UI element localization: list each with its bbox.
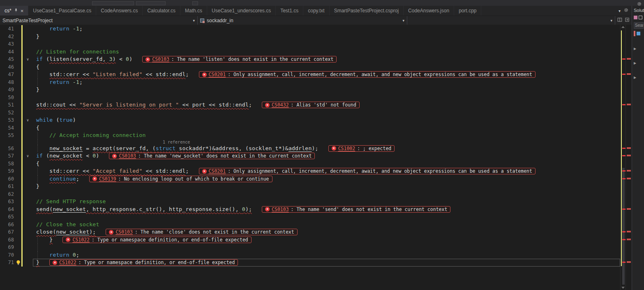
code-text-area[interactable] [33,94,620,102]
fold-chevron-icon[interactable]: ∨ [23,116,33,124]
member-dropdown[interactable]: ▾ [407,16,615,25]
scroll-up-arrow-icon[interactable] [621,26,625,28]
error-code-link[interactable]: CS0103 [272,206,289,213]
code-text-area[interactable]: // Listen for connections [33,48,620,56]
close-icon[interactable]: × [21,8,24,14]
scrollbar-track[interactable] [620,25,626,290]
code-text-area[interactable]: } [33,86,620,94]
code-line-44: 44// Listen for connections [0,48,620,56]
error-code-link[interactable]: CS1002 [338,145,355,153]
code-text-area[interactable]: send(new_socket, http_response.c_str(), … [33,206,620,213]
error-code-link[interactable]: CS0139 [99,175,116,183]
code-line-60: 60 continue;×CS0139: No enclosing loop o… [0,175,620,183]
line-number: 41 [0,25,15,33]
code-line-59: 59 std::cerr << "Accept failed" << std::… [0,167,620,175]
tab-copy.txt[interactable]: copy.txt [303,6,329,16]
code-text-area[interactable]: // Close the socket [33,221,620,229]
tab-UseCase1_underscores.cs[interactable]: UseCase1_underscores.cs [207,6,276,16]
code-text-area[interactable]: // Send HTTP response [33,198,620,206]
tree-expand-icon[interactable]: ▶ [634,61,644,65]
expand-editor-icon[interactable] [625,17,630,23]
line-number: 55 [0,132,15,139]
code-text-area[interactable]: }×CS1022: Type or namespace definition, … [33,259,620,267]
code-text-area[interactable]: std::cout << "Server is listening on por… [33,101,620,109]
project-dropdown[interactable]: SmartPasteTestProject ▾ [0,16,198,25]
split-editor-icon[interactable] [617,17,622,23]
code-text-area[interactable]: return 0; [33,251,620,259]
code-text-area[interactable]: } [33,183,620,190]
error-code-link[interactable]: CS1022 [59,259,76,267]
code-content: } [33,33,39,41]
gear-icon[interactable] [637,0,642,8]
code-text-area[interactable] [33,190,620,198]
indent-guide [37,175,38,183]
gutter-icon-slot [15,175,21,183]
error-code-link[interactable]: CS0103 [119,152,136,160]
gutter-icon-slot [15,213,21,221]
panel-toolbar-icon[interactable] [639,16,642,19]
code-text-area[interactable]: // Accept incoming connection [33,132,620,139]
line-number: 52 [0,109,15,117]
gear-icon[interactable] [624,8,628,14]
panel-toolbar-icon[interactable] [634,16,637,19]
solution-search-input[interactable]: Sear [634,22,644,29]
code-text-area[interactable] [33,244,620,251]
panel-item-icon[interactable] [634,31,635,36]
code-text-area[interactable]: while (true) [33,116,620,124]
code-text-area[interactable]: std::cerr << "Accept failed" << std::end… [33,167,620,175]
code-text-area[interactable]: new_socket = accept(server_fd, (struct s… [33,145,620,153]
tree-expand-icon[interactable]: ▶ [634,76,644,79]
error-code-link[interactable]: CS0201 [209,71,226,79]
tab-Math.cs[interactable]: Math.cs [180,6,207,16]
chevron-down-icon[interactable]: ▾ [619,9,621,13]
error-code-link[interactable]: CS0432 [272,101,289,109]
codelens-references[interactable]: 1 reference [33,139,190,145]
type-dropdown[interactable]: sockaddr_in ▾ [198,16,407,25]
gutter-icon-slot [15,63,21,71]
line-number: 61 [0,183,15,190]
error-code-link[interactable]: CS0103 [152,56,169,63]
code-text-area[interactable] [33,40,620,48]
fold-chevron-icon[interactable]: ∨ [23,152,33,160]
code-text-area[interactable]: if (new_socket < 0)×CS0103: The name 'ne… [33,152,620,160]
code-text-area[interactable] [33,213,620,221]
panel-item-icon[interactable] [637,32,640,35]
pin-icon[interactable] [14,8,18,14]
chevron-down-icon: ▾ [610,19,612,23]
code-line-45: 45∨if (listen(server_fd, 3) < 0)×CS0103:… [0,56,620,63]
tab-active-document[interactable]: cs* × [0,6,28,16]
toolbar-control-fragment [92,1,134,5]
tab-Test1.cs[interactable]: Test1.cs [276,6,303,16]
code-text-area[interactable]: continue;×CS0139: No enclosing loop out … [33,175,620,183]
error-code-link[interactable]: CS0201 [209,167,226,175]
code-text-area[interactable] [33,109,620,117]
code-text-area[interactable]: { [33,63,620,71]
line-number: 58 [0,160,15,168]
code-text-area[interactable]: { [33,124,620,132]
scrollbar-thumb[interactable] [622,168,625,285]
error-icon: × [265,103,270,107]
scroll-down-arrow-icon[interactable] [621,287,625,289]
document-tab-strip: cs* × UseCase1_PascalCase.csCodeAnswers.… [0,6,632,16]
error-code-link[interactable]: CS0103 [115,228,133,236]
fold-chevron-icon[interactable]: ∨ [23,56,33,63]
error-code-link[interactable]: CS1022 [72,236,90,244]
tab-CodeAnswers.cs[interactable]: CodeAnswers.cs [96,6,143,16]
code-text-area[interactable]: }×CS1022: Type or namespace definition, … [33,236,620,244]
tab-SmartPasteTestProject.csproj[interactable]: SmartPasteTestProject.csproj [330,6,404,16]
code-text-area[interactable]: return -1; [33,79,620,86]
code-text-area[interactable]: std::cerr << "Listen failed" << std::end… [33,71,620,79]
tree-expand-icon[interactable]: ▶ [634,47,644,51]
code-text-area[interactable]: } [33,33,620,41]
tab-Calculator.cs[interactable]: Calculator.cs [143,6,180,16]
code-text-area[interactable]: { [33,160,620,168]
code-text-area[interactable]: return -1; [33,25,620,33]
tab-UseCase1_PascalCase.cs[interactable]: UseCase1_PascalCase.cs [28,6,96,16]
quick-actions-lightbulb-icon[interactable] [15,259,21,267]
tab-CodeAnswers.json[interactable]: CodeAnswers.json [404,6,454,16]
code-text-area[interactable]: if (listen(server_fd, 3) < 0)×CS0103: Th… [33,56,620,63]
code-text-area[interactable]: close(new_socket);×CS0103: The name 'clo… [33,228,620,236]
code-content: return 0; [33,251,79,259]
error-icon: × [202,72,207,77]
tab-port.cpp[interactable]: port.cpp [454,6,481,16]
